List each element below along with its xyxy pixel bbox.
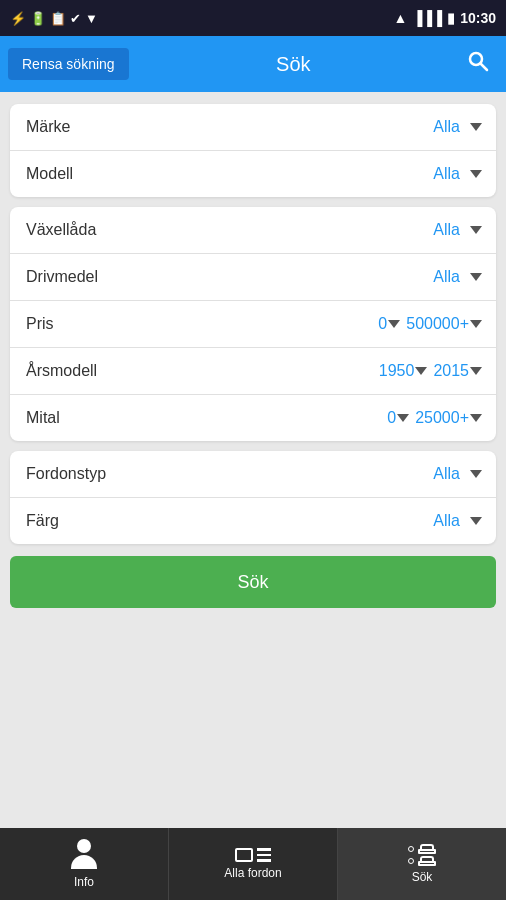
mital-range: 0 25000+ [387,409,480,427]
sim-icon: 📋 [50,11,66,26]
page-title: Sök [129,53,458,76]
mital-row: Mital 0 25000+ [10,395,496,441]
modell-right: Alla [433,165,480,183]
fordonstyp-chevron-icon [470,470,482,478]
drivmedel-value: Alla [433,268,460,286]
arsmodell-min-box[interactable]: 1950 [379,362,426,380]
marke-row[interactable]: Märke Alla [10,104,496,151]
mital-min-chevron-icon [397,414,409,422]
drivmedel-label: Drivmedel [26,268,98,286]
nav-item-sok[interactable]: Sök [338,828,506,900]
nav-item-info[interactable]: Info [0,828,169,900]
marke-value: Alla [433,118,460,136]
search-icon-button[interactable] [458,45,498,83]
search-button[interactable]: Sök [10,556,496,608]
pris-max-chevron-icon [470,320,482,328]
pris-min-box[interactable]: 0 [378,315,398,333]
arsmodell-min-chevron-icon [415,367,427,375]
nav-alla-fordon-label: Alla fordon [224,866,281,880]
status-right: ▲ ▐▐▐ ▮ 10:30 [394,10,496,26]
task-icon: ✔ [70,11,81,26]
modell-value: Alla [433,165,460,183]
arsmodell-max-value: 2015 [433,362,469,380]
top-nav: Rensa sökning Sök [0,36,506,92]
person-icon [70,839,98,871]
modell-chevron-icon [470,170,482,178]
farg-value: Alla [433,512,460,530]
mital-max-box[interactable]: 25000+ [415,409,480,427]
clock: 10:30 [460,10,496,26]
usb-icon: ⚡ [10,11,26,26]
arsmodell-max-box[interactable]: 2015 [433,362,480,380]
download-icon: ▼ [85,11,98,26]
battery-level-icon: ▮ [447,10,455,26]
farg-chevron-icon [470,517,482,525]
arsmodell-max-chevron-icon [470,367,482,375]
fordonstyp-value: Alla [433,465,460,483]
nav-sok-label: Sök [412,870,433,884]
main-content: Märke Alla Modell Alla Växellåda Alla Dr… [0,92,506,828]
mital-label: Mital [26,409,387,427]
modell-label: Modell [26,165,73,183]
status-bar: ⚡ 🔋 📋 ✔ ▼ ▲ ▐▐▐ ▮ 10:30 [0,0,506,36]
svg-line-1 [481,64,488,71]
pris-min-value: 0 [378,315,387,333]
pris-max-value: 500000+ [406,315,469,333]
marke-chevron-icon [470,123,482,131]
vaxellada-row[interactable]: Växellåda Alla [10,207,496,254]
wifi-icon: ▲ [394,10,408,26]
status-icons: ⚡ 🔋 📋 ✔ ▼ [10,11,98,26]
pris-max-box[interactable]: 500000+ [406,315,480,333]
pris-range: 0 500000+ [378,315,480,333]
marke-label: Märke [26,118,70,136]
sok-cars-icon [408,844,436,866]
farg-row[interactable]: Färg Alla [10,498,496,544]
drivmedel-right: Alla [433,268,480,286]
drivmedel-chevron-icon [470,273,482,281]
marke-right: Alla [433,118,480,136]
arsmodell-label: Årsmodell [26,362,379,380]
arsmodell-row: Årsmodell 1950 2015 [10,348,496,395]
pris-min-chevron-icon [388,320,400,328]
vaxellada-label: Växellåda [26,221,96,239]
nav-info-label: Info [74,875,94,889]
card-details: Växellåda Alla Drivmedel Alla Pris 0 500… [10,207,496,441]
fordonstyp-row[interactable]: Fordonstyp Alla [10,451,496,498]
mital-min-value: 0 [387,409,396,427]
fordonstyp-right: Alla [433,465,480,483]
mital-min-box[interactable]: 0 [387,409,407,427]
arsmodell-min-value: 1950 [379,362,415,380]
vaxellada-value: Alla [433,221,460,239]
pris-row: Pris 0 500000+ [10,301,496,348]
battery-icon: 🔋 [30,11,46,26]
mital-max-value: 25000+ [415,409,469,427]
card-brand-model: Märke Alla Modell Alla [10,104,496,197]
vaxellada-chevron-icon [470,226,482,234]
clear-search-button[interactable]: Rensa sökning [8,48,129,80]
search-icon [466,49,490,73]
farg-right: Alla [433,512,480,530]
nav-item-alla-fordon[interactable]: Alla fordon [169,828,338,900]
drivmedel-row[interactable]: Drivmedel Alla [10,254,496,301]
signal-icon: ▐▐▐ [412,10,442,26]
farg-label: Färg [26,512,59,530]
card-vehicle: Fordonstyp Alla Färg Alla [10,451,496,544]
fordonstyp-label: Fordonstyp [26,465,106,483]
modell-row[interactable]: Modell Alla [10,151,496,197]
bottom-nav: Info Alla fordon [0,828,506,900]
vaxellada-right: Alla [433,221,480,239]
pris-label: Pris [26,315,378,333]
carlist-icon [235,848,271,862]
mital-max-chevron-icon [470,414,482,422]
arsmodell-range: 1950 2015 [379,362,480,380]
